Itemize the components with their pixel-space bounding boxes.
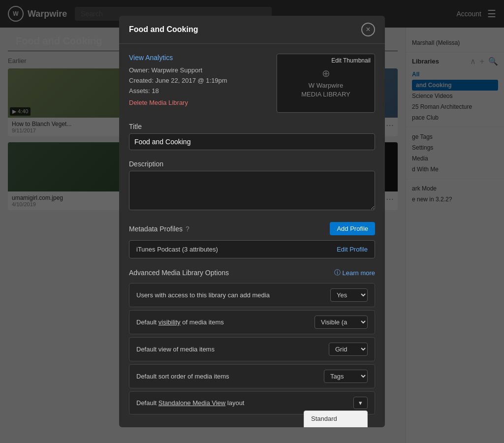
help-circle-icon: ⓘ <box>334 268 341 277</box>
option-label: Users with access to this library can ad… <box>136 291 330 299</box>
can-add-media-select[interactable]: Yes No <box>330 288 368 302</box>
default-view-select[interactable]: Grid List <box>329 343 368 356</box>
option-label: Default view of media items <box>136 346 329 353</box>
title-section: Title <box>129 123 375 150</box>
modal-close-button[interactable]: × <box>361 23 375 36</box>
thumbnail-logo-text: W Warpwire MEDIA LIBRARY <box>301 81 350 99</box>
modal-top-section: View Analytics Owner: Warpwire Support C… <box>129 54 375 113</box>
modal-meta: View Analytics Owner: Warpwire Support C… <box>129 54 269 113</box>
metadata-title: Metadata Profiles ? <box>129 225 189 233</box>
warpwire-thumb-logo: ⊕ <box>322 67 330 79</box>
owner-text: Owner: Warpwire Support <box>129 65 269 76</box>
assets-text: Assets: 18 <box>129 86 269 96</box>
created-text: Created: June 22, 2017 @ 1:19pm <box>129 76 269 86</box>
standalone-dropdown-menu: Standard Media Only <box>304 411 368 427</box>
visibility-select[interactable]: Visible (a Hidden <box>315 316 368 329</box>
standalone-layout-button[interactable]: ▾ <box>353 397 368 409</box>
description-label: Description <box>129 160 375 168</box>
description-textarea[interactable] <box>129 171 375 210</box>
dropdown-standard-option[interactable]: Standard <box>304 411 367 426</box>
modal-dialog: Food and Cooking × View Analytics Owner:… <box>119 16 385 427</box>
view-analytics-link[interactable]: View Analytics <box>129 54 269 62</box>
option-row-sort: Default sort order of media items Tags D… <box>129 364 375 388</box>
option-row-standalone: Default Standalone Media View layout ▾ S… <box>129 391 375 414</box>
metadata-section: Metadata Profiles ? Add Profile iTunes P… <box>129 222 375 258</box>
title-input[interactable] <box>129 133 375 150</box>
option-label: Default Standalone Media View layout <box>136 399 353 407</box>
standalone-dropdown: ▾ Standard Media Only <box>353 397 368 409</box>
advanced-section: Advanced Media Library Options ⓘ Learn m… <box>129 268 375 414</box>
modal-overlay: Food and Cooking × View Analytics Owner:… <box>0 0 504 443</box>
option-label: Default visibility of media items <box>136 318 315 326</box>
option-row-view: Default view of media items Grid List <box>129 337 375 361</box>
advanced-title: Advanced Media Library Options <box>129 269 229 277</box>
modal-title: Food and Cooking <box>129 25 198 34</box>
option-row-visibility: Default visibility of media items Visibl… <box>129 310 375 334</box>
title-label: Title <box>129 123 375 130</box>
metadata-help-icon[interactable]: ? <box>186 225 189 233</box>
add-profile-button[interactable]: Add Profile <box>330 222 375 235</box>
dropdown-media-only-option[interactable]: Media Only <box>304 426 367 427</box>
edit-profile-link[interactable]: Edit Profile <box>337 246 368 253</box>
modal-body: View Analytics Owner: Warpwire Support C… <box>119 44 385 427</box>
learn-more-link[interactable]: ⓘ Learn more <box>334 268 375 277</box>
profile-row: iTunes Podcast (3 attributes) Edit Profi… <box>129 240 375 258</box>
option-label: Default sort order of media items <box>136 373 324 380</box>
metadata-header: Metadata Profiles ? Add Profile <box>129 222 375 235</box>
option-row-add-media: Users with access to this library can ad… <box>129 283 375 307</box>
modal-header: Food and Cooking × <box>119 16 385 44</box>
delete-library-link[interactable]: Delete Media Library <box>129 99 269 106</box>
sort-order-select[interactable]: Tags Date Name <box>324 370 368 383</box>
advanced-header: Advanced Media Library Options ⓘ Learn m… <box>129 268 375 277</box>
edit-thumbnail-button[interactable]: Edit Thumbnail <box>331 57 371 64</box>
profile-name: iTunes Podcast (3 attributes) <box>136 246 218 253</box>
thumbnail-box: Edit Thumbnail ⊕ W Warpwire MEDIA LIBRAR… <box>277 54 375 113</box>
description-section: Description <box>129 160 375 212</box>
